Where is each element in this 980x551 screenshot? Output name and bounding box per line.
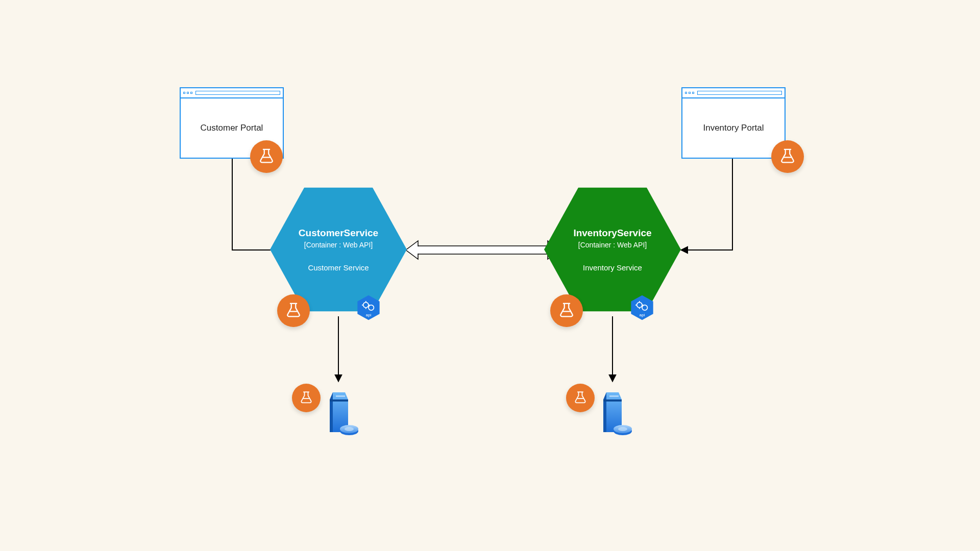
beaker-icon <box>771 140 804 173</box>
window-control-icon <box>190 92 192 94</box>
svg-rect-0 <box>417 246 420 254</box>
beaker-icon <box>566 384 595 412</box>
node-subtitle: [Container : Web API] <box>578 241 647 249</box>
svg-text:api: api <box>640 313 645 317</box>
beaker-icon <box>277 294 310 327</box>
window-control-icon <box>183 92 185 94</box>
svg-rect-10 <box>330 399 348 402</box>
node-desc: Customer Service <box>308 263 369 272</box>
window-control-icon <box>692 92 694 94</box>
database-icon <box>318 390 359 436</box>
svg-rect-16 <box>609 395 619 397</box>
api-icon: api <box>355 294 382 321</box>
node-desc: Inventory Service <box>583 263 642 272</box>
node-subtitle: [Container : Web API] <box>304 241 373 249</box>
api-icon: api <box>629 294 655 321</box>
arrow-layer <box>0 0 980 551</box>
window-control-icon <box>187 92 189 94</box>
address-bar-icon <box>697 91 782 95</box>
inventory-portal: Inventory Portal <box>681 87 786 159</box>
beaker-icon <box>292 384 321 412</box>
address-bar-icon <box>195 91 280 95</box>
portal-label: Inventory Portal <box>682 98 785 158</box>
diagram-canvas: Customer Portal Inventory Portal Custome… <box>0 0 980 551</box>
node-title: InventoryService <box>573 228 651 239</box>
browser-header <box>181 88 283 98</box>
window-control-icon <box>689 92 691 94</box>
beaker-icon <box>550 294 583 327</box>
svg-point-19 <box>618 427 627 431</box>
svg-rect-11 <box>336 395 345 397</box>
browser-header <box>682 88 785 98</box>
window-control-icon <box>685 92 687 94</box>
svg-text:api: api <box>366 313 372 317</box>
svg-point-14 <box>345 427 354 431</box>
database-icon <box>592 390 633 436</box>
node-title: CustomerService <box>299 228 378 239</box>
svg-rect-15 <box>603 399 622 402</box>
beaker-icon <box>250 140 283 173</box>
